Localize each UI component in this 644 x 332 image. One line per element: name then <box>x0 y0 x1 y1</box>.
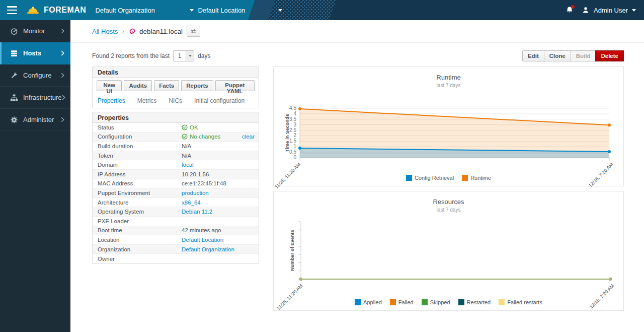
table-row: StatusOK <box>93 123 259 132</box>
audits-button[interactable]: Audits <box>124 80 152 91</box>
tab-initial-configuration[interactable]: Initial configuration <box>194 97 245 104</box>
host-switcher-button[interactable] <box>187 26 200 37</box>
property-value-link[interactable]: x86_64 <box>182 200 201 206</box>
tab-nics[interactable]: NICs <box>169 97 182 104</box>
sidebar-item-monitor[interactable]: Monitor <box>0 20 70 42</box>
property-value-link[interactable]: local <box>182 162 194 168</box>
legend-item[interactable]: Config Retrieval <box>406 175 454 181</box>
svg-text:0: 0 <box>293 155 296 160</box>
chevron-down-icon <box>632 9 636 12</box>
runtime-chart-legend: Config RetrievalRuntime <box>274 175 623 181</box>
property-value: x86_64 <box>177 200 259 206</box>
legend-label: Failed <box>398 299 414 305</box>
menu-toggle-button[interactable] <box>7 6 18 14</box>
breadcrumb: All Hosts › debian11.local <box>70 20 644 43</box>
chevron-right-icon <box>61 50 64 56</box>
clone-button[interactable]: Clone <box>544 50 571 61</box>
wrench-icon <box>10 72 18 80</box>
svg-text:2: 2 <box>293 132 296 138</box>
svg-text:3.5: 3.5 <box>289 116 296 122</box>
table-row: Boot time42 minutes ago <box>93 226 259 236</box>
sidebar-item-label: Infrastructure <box>23 94 62 101</box>
property-value-text: N/A <box>182 153 191 159</box>
status-ok-text: No changes <box>190 134 220 140</box>
legend-swatch-icon <box>462 175 468 181</box>
details-buttons: New UI Audits Facts Reports Puppet YAML <box>93 78 259 94</box>
chevron-right-icon <box>61 28 64 34</box>
legend-item[interactable]: Restarted <box>458 299 491 305</box>
table-row: Domainlocal <box>93 160 259 170</box>
table-row: OrganizationDefault Organization <box>93 245 259 254</box>
svg-text:3: 3 <box>293 122 296 127</box>
legend-swatch-icon <box>458 299 464 305</box>
legend-item[interactable]: Runtime <box>462 175 491 181</box>
tab-metrics[interactable]: Metrics <box>137 97 157 104</box>
property-value-link[interactable]: Default Organization <box>182 246 234 252</box>
brand[interactable]: FOREMAN <box>26 5 86 16</box>
table-row: Owner <box>93 254 259 263</box>
property-label: Architecture <box>93 200 177 206</box>
gear-icon <box>10 116 18 124</box>
property-label: Boot time <box>93 227 177 233</box>
legend-label: Runtime <box>470 175 491 181</box>
location-selector[interactable]: Default Location <box>198 7 282 14</box>
notifications-button[interactable] <box>566 6 574 14</box>
properties-table-body: StatusOKConfigurationNo changesclearBuil… <box>93 123 259 263</box>
sidebar-item-label: Configure <box>23 72 51 79</box>
sidebar-item-hosts[interactable]: Hosts <box>0 42 70 64</box>
delete-button[interactable]: Delete <box>595 50 624 61</box>
property-value-text: 42 minutes ago <box>182 227 221 233</box>
host-action-buttons: Edit Clone Build Delete <box>522 50 624 61</box>
properties-table: Properties StatusOKConfigurationNo chang… <box>92 112 259 264</box>
report-days-select[interactable]: 1 <box>173 50 194 61</box>
clear-link[interactable]: clear <box>242 134 255 140</box>
property-label: Owner <box>93 256 177 262</box>
axes <box>298 222 610 279</box>
edit-button[interactable]: Edit <box>522 50 544 61</box>
property-value-link[interactable]: production <box>182 190 209 196</box>
property-value-text: ce:e1:23:45:1f:48 <box>182 180 226 186</box>
runtime-chart-svg[interactable]: 00.511.522.533.544.511/25, 11:20 AM12/16… <box>274 97 623 183</box>
breadcrumb-all-hosts-link[interactable]: All Hosts <box>92 28 118 35</box>
organization-selector[interactable]: Default Organization <box>95 7 194 14</box>
reports-found-text: Found 2 reports from the last 1 days <box>92 50 210 61</box>
resources-chart-svg[interactable]: 11/25, 11:20 AM12/16, 7:20 AMNumber of E… <box>274 222 623 307</box>
foreman-hardhat-logo-icon <box>26 5 40 16</box>
unread-notifications-badge <box>571 5 575 9</box>
property-value: OK <box>177 124 259 130</box>
legend-item[interactable]: Skipped <box>422 299 450 305</box>
legend-label: Failed restarts <box>507 299 542 305</box>
check-circle-icon <box>182 134 188 140</box>
property-label: PXE Loader <box>93 218 177 224</box>
property-value: 10.20.1.56 <box>177 171 259 177</box>
property-value: N/A <box>177 153 259 159</box>
svg-text:2.5: 2.5 <box>289 127 296 133</box>
svg-text:1.5: 1.5 <box>289 138 296 144</box>
location-selector-label: Default Location <box>198 7 245 14</box>
puppet-yaml-button[interactable]: Puppet YAML <box>215 80 255 91</box>
facts-button[interactable]: Facts <box>154 80 179 91</box>
sidebar-item-administer[interactable]: Administer <box>0 109 70 131</box>
property-value-link[interactable]: Debian 11.2 <box>182 209 212 215</box>
user-menu[interactable]: Admin User <box>582 6 636 14</box>
y-axis-label: Time in Seconds <box>284 114 290 152</box>
legend-item[interactable]: Failed <box>390 299 414 305</box>
tab-properties[interactable]: Properties <box>98 97 125 104</box>
chevron-right-icon <box>61 73 64 78</box>
table-row: Architecturex86_64 <box>93 198 259 208</box>
property-value-link[interactable]: Default Location <box>182 237 223 243</box>
reports-button[interactable]: Reports <box>181 80 213 91</box>
legend-item[interactable]: Applied <box>355 299 382 305</box>
runtime-chart-title: Runtime <box>274 74 623 81</box>
build-button[interactable]: Build <box>571 50 596 61</box>
table-row: Build durationN/A <box>93 142 259 151</box>
legend-label: Skipped <box>430 299 450 305</box>
new-ui-button[interactable]: New UI <box>97 80 122 91</box>
svg-text:0.5: 0.5 <box>289 149 296 155</box>
table-row: MAC Addressce:e1:23:45:1f:48 <box>93 179 259 189</box>
sidebar-item-infrastructure[interactable]: Infrastructure <box>0 87 70 109</box>
series-lines <box>299 278 612 281</box>
top-navbar: FOREMAN Default Organization Default Loc… <box>0 0 644 20</box>
legend-item[interactable]: Failed restarts <box>499 299 542 305</box>
sidebar-item-configure[interactable]: Configure <box>0 64 70 87</box>
